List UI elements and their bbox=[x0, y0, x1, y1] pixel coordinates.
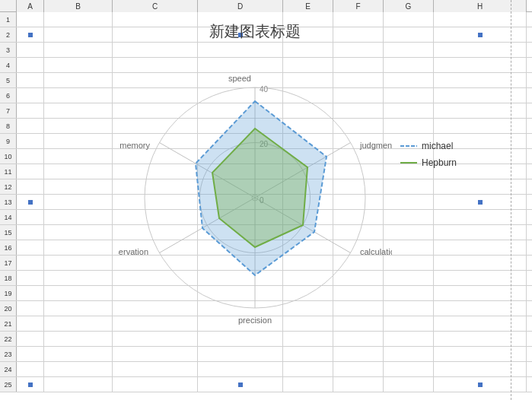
row-num: 1 bbox=[0, 12, 17, 27]
cell[interactable] bbox=[17, 179, 44, 195]
cell-marker bbox=[28, 200, 33, 205]
row-num: 6 bbox=[0, 88, 17, 103]
cell[interactable] bbox=[17, 377, 44, 392]
cell[interactable] bbox=[17, 286, 44, 301]
axis-label-precision: precision bbox=[238, 316, 272, 325]
cell[interactable] bbox=[17, 27, 44, 43]
row-num: 8 bbox=[0, 119, 17, 133]
row-num: 21 bbox=[0, 316, 17, 331]
cell[interactable] bbox=[434, 377, 527, 392]
legend-item-michael: michael bbox=[400, 141, 457, 151]
legend-label-michael: michael bbox=[422, 141, 453, 151]
cell[interactable] bbox=[17, 195, 44, 210]
cell[interactable] bbox=[17, 347, 44, 362]
cell[interactable] bbox=[17, 119, 44, 134]
cell[interactable] bbox=[17, 271, 44, 286]
table-row: 25 bbox=[0, 377, 532, 392]
row-num: 20 bbox=[0, 301, 17, 316]
cell-marker bbox=[238, 383, 243, 387]
cell-marker bbox=[28, 33, 33, 37]
cell[interactable] bbox=[17, 149, 44, 164]
row-num: 7 bbox=[0, 103, 17, 118]
legend-item-hepburn: Hepburn bbox=[400, 157, 457, 168]
cell[interactable] bbox=[17, 225, 44, 240]
col-header-b[interactable]: B bbox=[44, 0, 113, 12]
cell[interactable] bbox=[17, 210, 44, 225]
axis-label-speed: speed bbox=[228, 74, 251, 83]
col-header-f[interactable]: F bbox=[333, 0, 384, 12]
legend-label-hepburn: Hepburn bbox=[422, 157, 457, 168]
cell[interactable] bbox=[198, 377, 283, 392]
cell[interactable] bbox=[113, 377, 198, 392]
cell[interactable] bbox=[17, 240, 44, 256]
row-num: 13 bbox=[0, 195, 17, 209]
cell[interactable] bbox=[17, 332, 44, 347]
cell[interactable] bbox=[17, 316, 44, 332]
row-num: 3 bbox=[0, 43, 17, 57]
col-header-a[interactable]: A bbox=[17, 0, 44, 12]
row-num: 22 bbox=[0, 332, 17, 346]
row-num: 12 bbox=[0, 179, 17, 194]
legend-line-michael-icon bbox=[400, 142, 417, 150]
row-num: 14 bbox=[0, 210, 17, 224]
spreadsheet: A B C D E F G H 1 2 bbox=[0, 0, 532, 400]
chart-area: 40 20 0 speed judgment calculation preci… bbox=[46, 49, 464, 331]
col-header-h[interactable]: H bbox=[434, 0, 527, 12]
row-num: 5 bbox=[0, 73, 17, 87]
cell[interactable] bbox=[283, 377, 333, 392]
cell[interactable] bbox=[17, 362, 44, 377]
column-headers: A B C D E F G H bbox=[0, 0, 532, 12]
row-num: 18 bbox=[0, 271, 17, 285]
cell[interactable] bbox=[44, 377, 113, 392]
col-header-c[interactable]: C bbox=[113, 0, 198, 12]
axis-label-observation: observation bbox=[118, 247, 148, 256]
cell[interactable] bbox=[17, 58, 44, 73]
row-num: 10 bbox=[0, 149, 17, 163]
chart-title: 新建图表标题 bbox=[46, 21, 464, 42]
chart-legend: michael Hepburn bbox=[400, 141, 457, 168]
row-num: 9 bbox=[0, 134, 17, 148]
axis-label-calculation: calculation bbox=[360, 247, 392, 256]
col-header-d[interactable]: D bbox=[198, 0, 283, 12]
scale-label-40: 40 bbox=[260, 85, 269, 94]
dashed-column-border bbox=[511, 0, 511, 400]
row-num: 2 bbox=[0, 27, 17, 42]
cell[interactable] bbox=[17, 12, 44, 27]
cell[interactable] bbox=[17, 256, 44, 271]
cell-marker bbox=[478, 33, 483, 37]
row-num: 24 bbox=[0, 362, 17, 376]
cell[interactable] bbox=[17, 164, 44, 179]
axis-label-memory: memory bbox=[119, 141, 150, 150]
col-header-g[interactable]: G bbox=[384, 0, 434, 12]
row-num: 19 bbox=[0, 286, 17, 300]
cell[interactable] bbox=[17, 73, 44, 88]
axis-label-judgment: judgment bbox=[359, 141, 392, 150]
col-header-e[interactable]: E bbox=[283, 0, 333, 12]
row-num: 4 bbox=[0, 58, 17, 72]
cell[interactable] bbox=[17, 103, 44, 119]
cell-marker bbox=[478, 383, 483, 387]
cell-marker bbox=[478, 200, 483, 205]
cell[interactable] bbox=[17, 43, 44, 58]
row-num: 25 bbox=[0, 377, 17, 392]
cell-marker bbox=[28, 383, 33, 387]
radar-chart: 40 20 0 speed judgment calculation preci… bbox=[118, 49, 392, 331]
cell[interactable] bbox=[17, 88, 44, 103]
row-num: 16 bbox=[0, 240, 17, 255]
legend-line-hepburn-icon bbox=[400, 159, 417, 167]
row-num: 15 bbox=[0, 225, 17, 240]
cell[interactable] bbox=[384, 377, 434, 392]
chart-container: 新建图表标题 bbox=[46, 21, 464, 379]
cell[interactable] bbox=[17, 301, 44, 316]
row-num: 17 bbox=[0, 256, 17, 270]
row-num: 23 bbox=[0, 347, 17, 361]
row-num: 11 bbox=[0, 164, 17, 179]
cell[interactable] bbox=[333, 377, 384, 392]
cell[interactable] bbox=[17, 134, 44, 149]
corner-cell bbox=[0, 0, 17, 12]
